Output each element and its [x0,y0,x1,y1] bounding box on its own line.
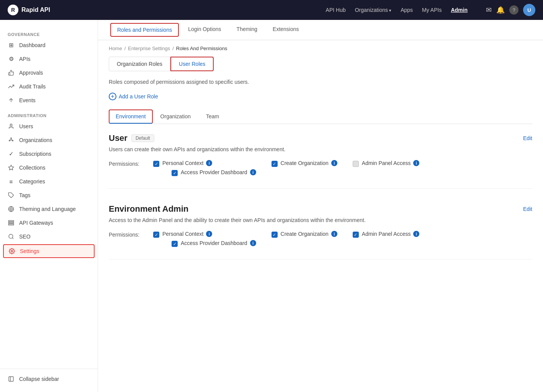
sidebar-item-subscriptions[interactable]: ✓ Subscriptions [0,147,98,161]
apis-icon: ⚙ [8,56,15,62]
nav-my-apis[interactable]: My APIs [422,7,442,13]
sub-tab-team[interactable]: Team [198,109,227,124]
tab-login-options[interactable]: Login Options [180,20,229,40]
tab-roles-permissions[interactable]: Roles and Permissions [110,23,179,37]
perm-checkbox-admin-panel[interactable] [353,161,359,167]
administration-section: Administration Users Organizations ✓ Sub… [0,107,98,259]
sidebar-item-apis[interactable]: ⚙ APIs [0,52,98,66]
role-env-admin-desc: Access to the Admin Panel and the abilit… [109,217,532,223]
breadcrumb-sep2: / [172,46,174,51]
sidebar-item-audit-trails[interactable]: Audit Trails [0,80,98,93]
mail-icon[interactable]: ✉ [486,6,492,14]
svg-point-1 [10,124,12,126]
sidebar-item-approvals[interactable]: Approvals [0,66,98,80]
role-env-admin-card: Environment Admin Edit Access to the Adm… [109,204,532,260]
brand-logo-area[interactable]: R Rapid API [8,5,50,15]
collapse-label: Collapse sidebar [19,376,59,382]
theming-icon [8,206,15,212]
sidebar-item-label: Organizations [19,137,52,143]
sidebar-item-events[interactable]: Events [0,93,98,107]
bell-icon[interactable]: 🔔 [496,6,505,14]
svg-marker-8 [8,165,13,170]
tab-user-roles[interactable]: User Roles [170,57,214,71]
perm-personal-context: ✓ Personal Context i ✓ [153,160,256,176]
sidebar-item-label: Dashboard [19,42,46,48]
svg-rect-18 [9,377,13,381]
governance-label: Governance [0,29,98,38]
perm-checkbox-access-provider[interactable]: ✓ [172,170,178,176]
info-env-create-org-icon[interactable]: i [331,231,337,237]
breadcrumb-home[interactable]: Home [109,46,122,51]
help-icon[interactable]: ? [509,5,518,15]
info-access-icon[interactable]: i [250,169,256,175]
perm-env-checkbox-create-org[interactable]: ✓ [272,232,278,238]
sidebar-item-seo[interactable]: SEO [0,230,98,243]
navbar-nav: API Hub Organizations Apps My APIs Admin [326,7,468,13]
layout: Governance ⊞ Dashboard ⚙ APIs Approvals … [0,20,543,392]
perm-label: Create Organization [281,231,329,237]
info-admin-panel-icon[interactable]: i [413,160,419,166]
info-env-admin-panel-icon[interactable]: i [413,231,419,237]
role-env-admin-title: Environment Admin [109,204,188,214]
svg-rect-14 [8,224,13,225]
nav-organizations[interactable]: Organizations [355,7,391,13]
tags-icon [8,192,15,199]
collapse-sidebar-btn[interactable]: Collapse sidebar [0,372,98,386]
svg-line-16 [12,238,13,239]
perm-env-checkbox-personal[interactable]: ✓ [153,232,159,238]
sidebar-item-settings[interactable]: Settings [3,244,95,258]
administration-label: Administration [0,110,98,119]
info-env-personal-icon[interactable]: i [206,231,212,237]
sidebar-item-label: Settings [20,248,39,254]
perm-env-access-provider: ✓ Access Provider Dashboard i [172,240,256,247]
nav-admin[interactable]: Admin [451,7,468,13]
sub-tab-environment[interactable]: Environment [109,109,153,124]
sidebar-item-categories[interactable]: ≡ Categories [0,175,98,188]
sidebar-item-label: SEO [19,234,31,240]
permissions-grid: ✓ Personal Context i ✓ [153,160,532,176]
perm-checkbox-create-org[interactable]: ✓ [272,161,278,167]
perm-env-admin-panel: ✓ Admin Panel Access i [353,231,420,238]
collections-icon [8,164,15,171]
audit-trails-icon [8,83,15,90]
sidebar-item-tags[interactable]: Tags [0,188,98,202]
avatar[interactable]: U [523,4,535,16]
add-circle-icon: + [109,93,116,100]
role-env-admin-permissions: Permissions: ✓ Personal Context i [109,231,532,247]
sidebar-item-users[interactable]: Users [0,119,98,133]
permissions-grid-2: ✓ Personal Context i ✓ [153,231,532,247]
role-user-edit[interactable]: Edit [523,135,532,141]
sidebar-item-api-gateways[interactable]: API Gateways [0,216,98,230]
info-env-access-icon[interactable]: i [250,240,256,246]
brand-logo: R [8,5,18,15]
perm-checkbox-personal[interactable]: ✓ [153,161,159,167]
perm-env-checkbox-access-provider[interactable]: ✓ [172,241,178,247]
sidebar-item-organizations[interactable]: Organizations [0,133,98,147]
role-user-badge: Default [131,134,154,142]
tab-organization-roles[interactable]: Organization Roles [109,57,170,71]
info-personal-icon[interactable]: i [206,160,212,166]
perm-env-checkbox-admin-panel[interactable]: ✓ [353,232,359,238]
sub-tab-organization[interactable]: Organization [153,109,198,124]
sidebar-item-collections[interactable]: Collections [0,161,98,175]
info-create-org-icon[interactable]: i [331,160,337,166]
nav-api-hub[interactable]: API Hub [326,7,346,13]
sidebar-item-dashboard[interactable]: ⊞ Dashboard [0,38,98,52]
add-role-button[interactable]: + Add a User Role [109,93,532,100]
sidebar-item-theming[interactable]: Theming and Language [0,202,98,216]
roles-description: Roles composed of permissions assigned t… [109,79,532,85]
content-area: Organization Roles User Roles Roles comp… [98,57,543,287]
tab-extensions[interactable]: Extensions [265,20,306,40]
breadcrumb-enterprise[interactable]: Enterprise Settings [128,46,170,51]
brand-name: Rapid API [21,7,50,13]
nav-apps[interactable]: Apps [401,7,413,13]
breadcrumb: Home / Enterprise Settings / Roles And P… [98,40,543,57]
role-env-admin-header: Environment Admin Edit [109,204,532,214]
role-env-admin-edit[interactable]: Edit [523,206,532,212]
sidebar-item-label: Theming and Language [19,206,76,212]
sidebar-item-label: Subscriptions [19,151,51,157]
logo-text: R [11,7,15,13]
role-user-card: User Default Edit Users can create their… [109,133,532,189]
subscriptions-icon: ✓ [8,150,15,157]
tab-theming[interactable]: Theming [229,20,265,40]
